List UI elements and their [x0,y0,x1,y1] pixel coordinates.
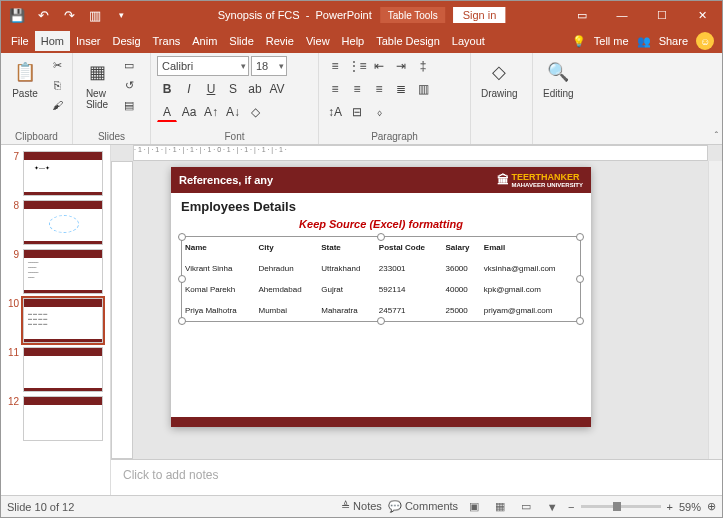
spacing-icon[interactable]: AV [267,79,287,99]
thumbnail-8[interactable]: 8 [1,198,110,247]
tab-design[interactable]: Desig [106,31,146,51]
tell-me-icon[interactable]: 💡 [572,35,586,48]
close-icon[interactable]: ✕ [682,1,722,29]
tab-insert[interactable]: Inser [70,31,106,51]
thumbnail-10[interactable]: 10▬ ▬ ▬ ▬▬ ▬ ▬ ▬▬ ▬ ▬ ▬ [1,296,110,345]
indent-inc-icon[interactable]: ⇥ [391,56,411,76]
sign-in-button[interactable]: Sign in [454,7,506,23]
numbering-icon[interactable]: ⋮≡ [347,56,367,76]
save-icon[interactable]: 💾 [5,3,29,27]
group-paragraph: ≡ ⋮≡ ⇤ ⇥ ‡ ≡ ≡ ≡ ≣ ▥ ↕A ⊟ ⬨ Paragraph [319,53,471,144]
shrink-font-icon[interactable]: A↓ [223,102,243,122]
slide-title[interactable]: Employees Details [171,193,591,220]
align-text-icon[interactable]: ⊟ [347,102,367,122]
slide-thumbnails[interactable]: 7✦—✦ 8 9━━━━━━━━━━━━━━━━━ 10▬ ▬ ▬ ▬▬ ▬ ▬… [1,145,111,495]
change-case-icon[interactable]: Aa [179,102,199,122]
clear-format-icon[interactable]: ◇ [245,102,265,122]
notes-pane[interactable]: Click to add notes [111,459,722,495]
tab-file[interactable]: File [5,31,35,51]
tab-view[interactable]: View [300,31,336,51]
zoom-out-icon[interactable]: − [568,501,574,513]
table-row[interactable]: Vikrant SinhaDehradunUttrakhand233001360… [182,258,580,279]
paste-button[interactable]: 📋 Paste [7,56,43,101]
layout-icon[interactable]: ▭ [119,56,139,74]
line-spacing-icon[interactable]: ‡ [413,56,433,76]
feedback-icon[interactable]: ☺ [696,32,714,50]
slide-counter[interactable]: Slide 10 of 12 [7,501,74,513]
notes-toggle[interactable]: ≜ Notes [341,500,382,513]
font-size-combo[interactable]: 18 [251,56,287,76]
tab-home[interactable]: Hom [35,31,70,51]
tab-layout[interactable]: Layout [446,31,491,51]
bold-icon[interactable]: B [157,79,177,99]
thumbnail-9[interactable]: 9━━━━━━━━━━━━━━━━━ [1,247,110,296]
redo-icon[interactable]: ↷ [57,3,81,27]
thumbnail-11[interactable]: 11 [1,345,110,394]
slide-header: References, if any 🏛 TEERTHANKERMAHAVEER… [171,167,591,193]
font-name-combo[interactable]: Calibri [157,56,249,76]
start-from-beginning-icon[interactable]: ▥ [83,3,107,27]
vertical-scrollbar[interactable] [708,161,722,459]
minimize-icon[interactable]: — [602,1,642,29]
reset-icon[interactable]: ↺ [119,76,139,94]
copy-icon[interactable]: ⎘ [47,76,67,94]
slideshow-view-icon[interactable]: ▼ [542,499,562,515]
grow-font-icon[interactable]: A↑ [201,102,221,122]
tab-slideshow[interactable]: Slide [223,31,259,51]
fit-to-window-icon[interactable]: ⊕ [707,500,716,513]
underline-icon[interactable]: U [201,79,221,99]
drawing-button[interactable]: ◇ Drawing [477,56,522,101]
table-row[interactable]: Komal ParekhAhemdabadGujrat59211440000kp… [182,279,580,300]
justify-icon[interactable]: ≣ [391,79,411,99]
context-tab-label: Table Tools [380,7,446,23]
thumbnail-12[interactable]: 12 [1,394,110,443]
tab-table-design[interactable]: Table Design [370,31,446,51]
format-painter-icon[interactable]: 🖌 [47,96,67,114]
vertical-ruler [111,161,133,459]
zoom-in-icon[interactable]: + [667,501,673,513]
ribbon-options-icon[interactable]: ▭ [562,1,602,29]
share-icon[interactable]: 👥 [637,35,651,48]
university-logo: 🏛 TEERTHANKERMAHAVEER UNIVERSITY [497,172,583,188]
italic-icon[interactable]: I [179,79,199,99]
columns-icon[interactable]: ▥ [413,79,433,99]
zoom-slider[interactable] [581,505,661,508]
font-color-icon[interactable]: A [157,102,177,122]
align-right-icon[interactable]: ≡ [369,79,389,99]
comments-toggle[interactable]: 💬 Comments [388,500,458,513]
text-direction-icon[interactable]: ↕A [325,102,345,122]
align-center-icon[interactable]: ≡ [347,79,367,99]
editing-button[interactable]: 🔍 Editing [539,56,578,101]
zoom-level[interactable]: 59% [679,501,701,513]
shadow-icon[interactable]: ab [245,79,265,99]
align-left-icon[interactable]: ≡ [325,79,345,99]
employees-table[interactable]: NameCityStatePostal CodeSalaryEmail Vikr… [182,237,580,321]
normal-view-icon[interactable]: ▣ [464,499,484,515]
undo-icon[interactable]: ↶ [31,3,55,27]
strike-icon[interactable]: S [223,79,243,99]
table-object[interactable]: NameCityStatePostal CodeSalaryEmail Vikr… [181,236,581,322]
maximize-icon[interactable]: ☐ [642,1,682,29]
formatting-note: Keep Source (Excel) formatting [171,218,591,230]
bullets-icon[interactable]: ≡ [325,56,345,76]
tell-me[interactable]: Tell me [594,35,629,47]
cut-icon[interactable]: ✂ [47,56,67,74]
slide-editor[interactable]: · 1 · | · 1 · | · 1 · | · 1 · | · 1 · 0 … [111,145,722,459]
reading-view-icon[interactable]: ▭ [516,499,536,515]
collapse-ribbon-icon[interactable]: ˆ [715,131,718,142]
group-font: Calibri 18 B I U S ab AV A Aa A↑ A↓ ◇ Fo… [151,53,319,144]
new-slide-button[interactable]: ▦ New Slide [79,56,115,112]
smartart-icon[interactable]: ⬨ [369,102,389,122]
tab-review[interactable]: Revie [260,31,300,51]
slide-canvas[interactable]: References, if any 🏛 TEERTHANKERMAHAVEER… [171,167,591,427]
qat-dropdown-icon[interactable]: ▾ [109,3,133,27]
tab-animations[interactable]: Anim [186,31,223,51]
thumbnail-7[interactable]: 7✦—✦ [1,149,110,198]
sorter-view-icon[interactable]: ▦ [490,499,510,515]
quick-access-toolbar: 💾 ↶ ↷ ▥ ▾ [1,3,133,27]
share-button[interactable]: Share [659,35,688,47]
tab-transitions[interactable]: Trans [147,31,187,51]
section-icon[interactable]: ▤ [119,96,139,114]
tab-help[interactable]: Help [336,31,371,51]
indent-dec-icon[interactable]: ⇤ [369,56,389,76]
